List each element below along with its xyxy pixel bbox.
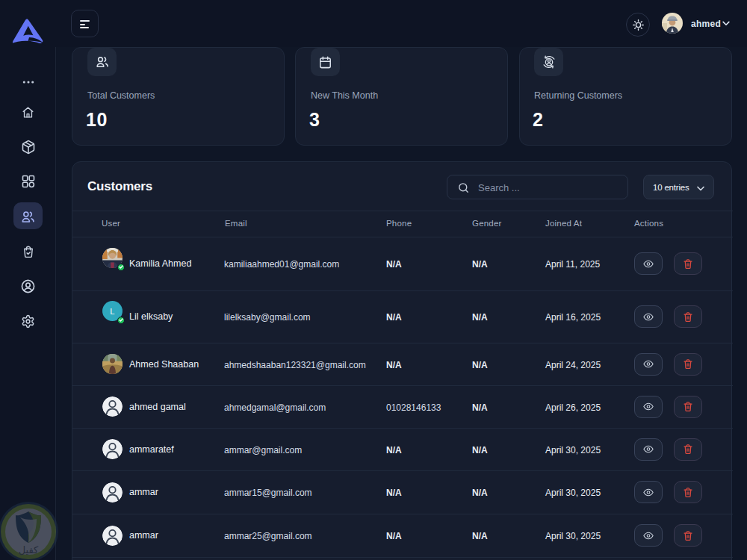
svg-text:L: L	[110, 306, 114, 315]
svg-text:كفيل: كفيل	[19, 544, 39, 556]
